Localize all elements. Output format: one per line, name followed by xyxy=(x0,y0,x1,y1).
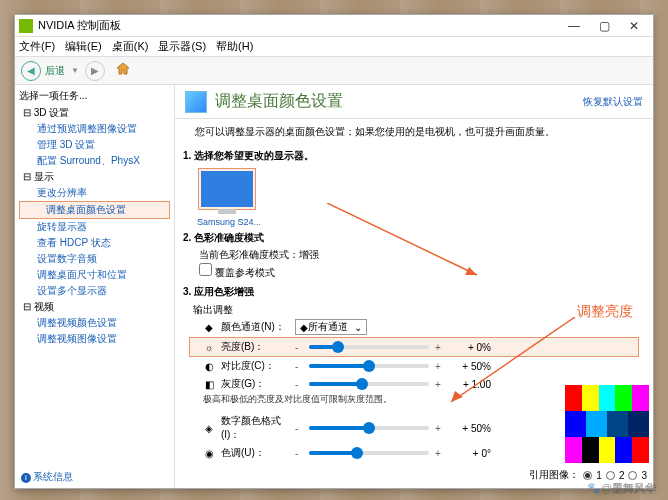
monitor-preview[interactable] xyxy=(199,169,255,209)
tree-video-image[interactable]: 调整视频图像设置 xyxy=(19,331,170,347)
content-area: 调整桌面颜色设置 恢复默认设置 您可以调整显示器的桌面颜色设置；如果您使用的是电… xyxy=(175,85,653,488)
channel-select[interactable]: ◆ 所有通道 ⌄ xyxy=(295,319,367,335)
back-button[interactable]: ◀ xyxy=(21,61,41,81)
ref-radio-2[interactable] xyxy=(606,471,615,480)
palette-icon: ◆ xyxy=(203,322,215,333)
app-window: NVIDIA 控制面板 — ▢ ✕ 文件(F) 编辑(E) 桌面(K) 显示器(… xyxy=(14,14,654,489)
nvidia-icon xyxy=(19,19,33,33)
svg-marker-1 xyxy=(465,267,477,275)
minimize-button[interactable]: — xyxy=(559,16,589,36)
content-header: 调整桌面颜色设置 恢复默认设置 xyxy=(175,85,653,119)
tree-disp-audio[interactable]: 设置数字音频 xyxy=(19,251,170,267)
sidebar-header: 选择一项任务... xyxy=(19,89,170,103)
digitalvib-value: + 50% xyxy=(449,423,491,434)
tree-3d[interactable]: ⊟ 3D 设置 xyxy=(19,105,170,121)
tree-3d-preview[interactable]: 通过预览调整图像设置 xyxy=(19,121,170,137)
digitalvib-label: 数字颜色格式(I)： xyxy=(221,414,289,442)
menu-help[interactable]: 帮助(H) xyxy=(216,39,253,54)
override-checkbox[interactable] xyxy=(199,263,212,276)
tree-video-color[interactable]: 调整视频颜色设置 xyxy=(19,315,170,331)
tree-disp-rotate[interactable]: 旋转显示器 xyxy=(19,219,170,235)
hue-slider[interactable] xyxy=(309,451,429,455)
contrast-slider[interactable] xyxy=(309,364,429,368)
window-title: NVIDIA 控制面板 xyxy=(38,18,121,33)
menu-display[interactable]: 显示器(S) xyxy=(158,39,206,54)
restore-defaults-link[interactable]: 恢复默认设置 xyxy=(583,95,643,109)
reference-image-row: 引用图像： 1 2 3 xyxy=(529,468,647,482)
back-label: 后退 xyxy=(45,64,65,78)
annotation-text: 调整亮度 xyxy=(577,303,633,321)
page-description: 您可以调整显示器的桌面颜色设置；如果您使用的是电视机，也可提升画面质量。 xyxy=(175,119,653,145)
tree-disp-res[interactable]: 更改分辨率 xyxy=(19,185,170,201)
contrast-icon: ◐ xyxy=(203,361,215,372)
tree-display[interactable]: ⊟ 显示 xyxy=(19,169,170,185)
toolbar: ◀ 后退 ▼ ▶ xyxy=(15,57,653,85)
menu-desktop[interactable]: 桌面(K) xyxy=(112,39,149,54)
tree-video[interactable]: ⊟ 视频 xyxy=(19,299,170,315)
gamma-label: 灰度(G)： xyxy=(221,377,289,391)
monitor-icon xyxy=(185,91,207,113)
brightness-label: 亮度(B)： xyxy=(221,340,289,354)
digitalvib-icon: ◈ xyxy=(203,423,215,434)
section-1-title: 1. 选择您希望更改的显示器。 xyxy=(175,145,653,165)
hue-value: + 0° xyxy=(449,448,491,459)
svg-line-0 xyxy=(327,203,477,275)
system-info-link[interactable]: i系统信息 xyxy=(21,470,73,484)
section-3-title: 3. 应用色彩增强 xyxy=(175,281,653,301)
channel-label: 颜色通道(N)： xyxy=(221,320,289,334)
color-palette-preview xyxy=(565,385,649,463)
menu-file[interactable]: 文件(F) xyxy=(19,39,55,54)
tree-disp-multi[interactable]: 设置多个显示器 xyxy=(19,283,170,299)
tree-disp-hdcp[interactable]: 查看 HDCP 状态 xyxy=(19,235,170,251)
brightness-icon: ☼ xyxy=(203,342,215,353)
brightness-slider[interactable] xyxy=(309,345,429,349)
tree-3d-surround[interactable]: 配置 Surround、PhysX xyxy=(19,153,170,169)
svg-marker-3 xyxy=(451,391,463,402)
gamma-slider[interactable] xyxy=(309,382,429,386)
tree-disp-color[interactable]: 调整桌面颜色设置 xyxy=(19,201,170,219)
digitalvib-slider[interactable] xyxy=(309,426,429,430)
tree-disp-size[interactable]: 调整桌面尺寸和位置 xyxy=(19,267,170,283)
contrast-label: 对比度(C)： xyxy=(221,359,289,373)
gamma-icon: ◧ xyxy=(203,379,215,390)
forward-button[interactable]: ▶ xyxy=(85,61,105,81)
watermark: 🐾@墨舞风华 xyxy=(587,481,656,496)
svg-line-2 xyxy=(451,317,575,402)
annotation-arrow-1 xyxy=(327,203,487,283)
hue-label: 色调(U)： xyxy=(221,446,289,460)
ref-radio-1[interactable] xyxy=(583,471,592,480)
reference-label: 引用图像： xyxy=(529,468,579,482)
tree-3d-manage[interactable]: 管理 3D 设置 xyxy=(19,137,170,153)
menu-bar: 文件(F) 编辑(E) 桌面(K) 显示器(S) 帮助(H) xyxy=(15,37,653,57)
home-icon[interactable] xyxy=(115,61,135,81)
hue-icon: ◉ xyxy=(203,448,215,459)
maximize-button[interactable]: ▢ xyxy=(589,16,619,36)
close-button[interactable]: ✕ xyxy=(619,16,649,36)
sidebar: 选择一项任务... ⊟ 3D 设置 通过预览调整图像设置 管理 3D 设置 配置… xyxy=(15,85,175,488)
page-title: 调整桌面颜色设置 xyxy=(215,91,343,112)
override-label: 覆盖参考模式 xyxy=(215,267,275,278)
ref-radio-3[interactable] xyxy=(628,471,637,480)
menu-edit[interactable]: 编辑(E) xyxy=(65,39,102,54)
annotation-arrow-2 xyxy=(445,317,585,407)
title-bar: NVIDIA 控制面板 — ▢ ✕ xyxy=(15,15,653,37)
